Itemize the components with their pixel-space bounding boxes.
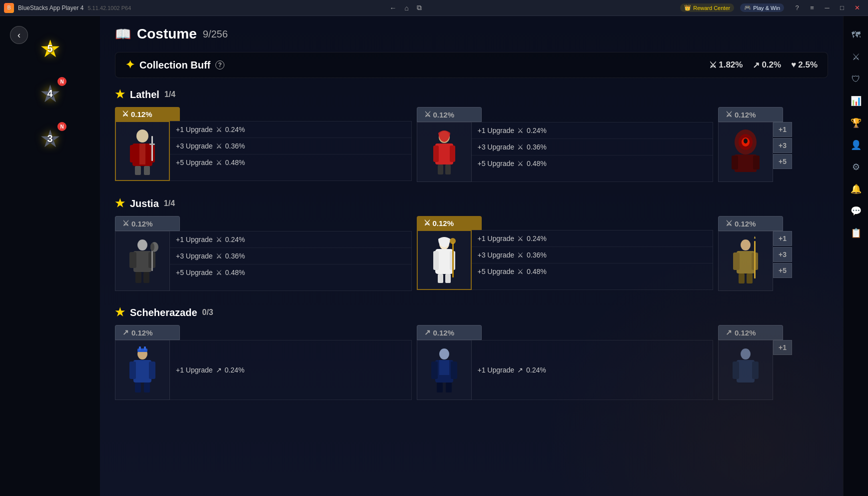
justia-image-2[interactable]	[417, 230, 472, 290]
sidebar-item-star3[interactable]: ★ 3 N	[32, 121, 67, 156]
plus-badge-5[interactable]: +5	[773, 154, 792, 169]
scheherazade-costume-row: ↗ 0.12%	[115, 325, 828, 400]
svg-rect-54	[139, 346, 141, 350]
upgrade-row: +1 Upgrade ↗ 0.24%	[170, 340, 411, 400]
svg-point-56	[439, 348, 449, 360]
svg-rect-37	[452, 242, 454, 278]
attack-icon: ⚔	[709, 60, 717, 70]
close-button[interactable]: ✕	[850, 2, 864, 14]
justia-badge-2: ⚔ 0.12%	[417, 216, 482, 230]
scheherazade-image-2[interactable]	[417, 340, 472, 400]
speed-value: 0.2%	[762, 60, 781, 70]
svg-rect-33	[433, 251, 439, 270]
right-icon-chat[interactable]: 💬	[847, 202, 865, 220]
justia-content-1: +1 Upgrade ⚔ 0.24% +3 Upgrade ⚔ 0.36% +5…	[115, 231, 412, 291]
reward-center-label: Reward Center	[693, 5, 730, 11]
plus-badge-3[interactable]: +3	[773, 138, 792, 153]
right-icon-bell[interactable]: 🔔	[847, 180, 865, 198]
lathel-plus-badges: +1 +3 +5	[773, 122, 792, 182]
star4-label: 4	[47, 88, 52, 100]
info-icon[interactable]: ?	[215, 60, 224, 70]
right-icon-trophy[interactable]: 🏆	[847, 114, 865, 132]
upgrade-value: 0.48%	[527, 268, 547, 276]
justia-name: Justia	[130, 198, 159, 210]
scheherazade-image-1[interactable]	[115, 340, 170, 400]
play-win-button[interactable]: 🎮 Play & Win	[740, 4, 784, 12]
plus-badge-3[interactable]: +3	[773, 247, 792, 262]
lathel-name: Lathel	[130, 89, 159, 100]
right-icon-gear[interactable]: ⚙	[847, 158, 865, 176]
upgrade-icon: ⚔	[216, 236, 222, 244]
upgrade-icon: ⚔	[517, 160, 524, 168]
back-nav-button[interactable]: ←	[387, 3, 399, 13]
svg-rect-7	[151, 136, 153, 161]
svg-rect-52	[144, 382, 150, 392]
stat-attack: ⚔ 1.82%	[709, 60, 743, 70]
justia-image-3[interactable]	[718, 231, 773, 291]
justia-partial-content: +1 +3 +5	[718, 231, 828, 291]
svg-rect-12	[450, 146, 455, 162]
upgrade-label: +5 Upgrade	[176, 268, 213, 276]
maximize-button[interactable]: □	[835, 2, 849, 14]
upgrade-value: 0.48%	[225, 268, 245, 276]
upgrade-icon: ⚔	[517, 126, 524, 134]
svg-rect-41	[733, 252, 740, 270]
plus-badge-5[interactable]: +5	[773, 263, 792, 278]
justia-badge-3-value: 0.12%	[735, 220, 756, 228]
upgrade-icon: ⚔	[517, 251, 524, 259]
settings-button[interactable]: ≡	[805, 2, 819, 14]
scheherazade-image-3[interactable]	[718, 340, 773, 400]
upgrade-value: 0.24%	[225, 366, 245, 374]
help-button[interactable]: ?	[790, 2, 804, 14]
svg-rect-50	[149, 362, 155, 379]
book-icon: 📖	[115, 26, 131, 42]
scheherazade-badge-2-value: 0.12%	[433, 328, 455, 337]
lathel-image-3[interactable]	[718, 122, 773, 182]
back-button[interactable]: ‹	[10, 26, 28, 44]
upgrade-row: +3 Upgrade ⚔ 0.36%	[472, 139, 713, 156]
lathel-progress: 1/4	[164, 90, 175, 99]
sidebar-item-star4[interactable]: ★ 4 N	[32, 76, 67, 111]
justia-badge-1-icon: ⚔	[122, 219, 129, 228]
justia-upgrades-1: +1 Upgrade ⚔ 0.24% +3 Upgrade ⚔ 0.36% +5…	[170, 231, 412, 291]
page-header: 📖 Costume 9/256	[115, 26, 828, 42]
svg-rect-48	[133, 360, 151, 382]
lathel-badge-3-icon: ⚔	[726, 110, 732, 119]
collection-buff-title: Collection Buff	[139, 60, 210, 71]
minimize-button[interactable]: ─	[820, 2, 834, 14]
right-icon-user[interactable]: 👤	[847, 136, 865, 154]
sidebar-item-star5[interactable]: ★ 5	[32, 31, 67, 66]
plus-badge-1[interactable]: +1	[773, 340, 792, 355]
speed-icon: ↗	[753, 60, 760, 70]
upgrade-value: 0.48%	[527, 160, 547, 168]
scheherazade-plus-badges: +1	[773, 340, 792, 400]
scheherazade-costume-3: ↗ 0.12% +1	[718, 325, 828, 400]
upgrade-value: 0.24%	[527, 126, 547, 134]
plus-badge-1[interactable]: +1	[773, 122, 792, 137]
upgrade-row: +5 Upgrade ⚔ 0.48%	[170, 264, 411, 280]
upgrade-icon: ⚔	[517, 143, 524, 151]
lathel-image-2[interactable]	[417, 122, 472, 182]
right-icon-shield[interactable]: 🛡	[847, 70, 865, 88]
right-icon-clipboard[interactable]: 📋	[847, 224, 865, 242]
right-icon-map[interactable]: 🗺	[847, 26, 865, 44]
lathel-image-1[interactable]	[115, 121, 170, 181]
right-icon-chart[interactable]: 📊	[847, 92, 865, 110]
scheherazade-badge-3-icon: ↗	[726, 328, 732, 337]
play-win-icon: 🎮	[744, 4, 751, 11]
svg-rect-13	[438, 164, 443, 174]
content-area: 📖 Costume 9/256 ✦ Collection Buff ? ⚔ 1.…	[100, 16, 843, 496]
right-icon-sword[interactable]: ⚔	[847, 48, 865, 66]
svg-rect-21	[753, 156, 760, 170]
upgrade-icon: ⚔	[517, 268, 524, 276]
justia-image-1[interactable]	[115, 231, 170, 291]
plus-badge-1[interactable]: +1	[773, 231, 792, 246]
home-nav-button[interactable]: ⌂	[402, 3, 411, 13]
upgrade-row: +3 Upgrade ⚔ 0.36%	[170, 248, 411, 264]
upgrade-label: +3 Upgrade	[478, 143, 515, 151]
multi-nav-button[interactable]: ⧉	[414, 2, 424, 13]
svg-rect-55	[144, 346, 146, 350]
section-lathel-header: ★ Lathel 1/4	[115, 88, 828, 101]
upgrade-label: +1 Upgrade	[176, 236, 213, 244]
reward-center-button[interactable]: 👑 Reward Center	[680, 4, 734, 12]
